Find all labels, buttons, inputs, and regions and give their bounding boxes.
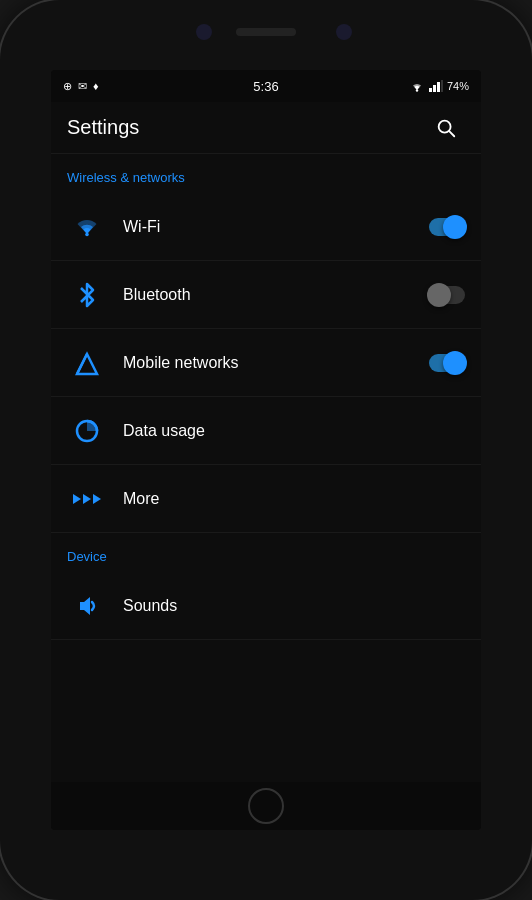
phone-screen: ⊕ ✉ ♦ 5:36 74%: [51, 70, 481, 830]
bluetooth-toggle-off[interactable]: [429, 286, 465, 304]
svg-marker-11: [80, 597, 90, 615]
data-usage-label: Data usage: [107, 422, 465, 440]
svg-rect-3: [437, 82, 440, 92]
bluetooth-toggle[interactable]: [429, 286, 465, 304]
svg-point-0: [416, 89, 418, 91]
settings-item-wifi[interactable]: Wi-Fi: [51, 193, 481, 261]
sounds-label: Sounds: [107, 597, 465, 615]
wifi-toggle-on[interactable]: [429, 218, 465, 236]
svg-marker-8: [77, 354, 97, 374]
bluetooth-label: Bluetooth: [107, 286, 429, 304]
section-header-device: Device: [51, 533, 481, 572]
sound-icon: [67, 593, 107, 619]
wifi-toggle[interactable]: [429, 218, 465, 236]
whatsapp-icon: ⊕: [63, 80, 72, 93]
settings-item-sounds[interactable]: Sounds: [51, 572, 481, 640]
mobile-toggle-on[interactable]: [429, 354, 465, 372]
status-right-icons: 74%: [409, 80, 469, 92]
svg-rect-2: [433, 85, 436, 92]
location-icon: ♦: [93, 80, 99, 92]
signal-status-icon: [429, 80, 443, 92]
more-label: More: [107, 490, 465, 508]
signal-icon: [67, 350, 107, 376]
status-time: 5:36: [253, 79, 278, 94]
wifi-icon: [67, 216, 107, 238]
settings-item-more[interactable]: More: [51, 465, 481, 533]
wifi-status-icon: [409, 80, 425, 92]
home-button[interactable]: [248, 788, 284, 824]
svg-line-9: [77, 354, 87, 374]
search-icon: [435, 117, 457, 139]
phone-frame: ⊕ ✉ ♦ 5:36 74%: [0, 0, 532, 900]
section-header-wireless: Wireless & networks: [51, 154, 481, 193]
svg-rect-4: [441, 80, 443, 92]
battery-percent: 74%: [447, 80, 469, 92]
settings-item-mobile-networks[interactable]: Mobile networks: [51, 329, 481, 397]
data-usage-icon: [67, 418, 107, 444]
home-area: [51, 782, 481, 830]
mobile-networks-label: Mobile networks: [107, 354, 429, 372]
svg-line-6: [449, 131, 454, 136]
app-bar: Settings: [51, 102, 481, 154]
search-button[interactable]: [427, 109, 465, 147]
bluetooth-icon: [67, 282, 107, 308]
chat-icon: ✉: [78, 80, 87, 93]
status-bar: ⊕ ✉ ♦ 5:36 74%: [51, 70, 481, 102]
svg-point-7: [85, 232, 89, 236]
more-icon: [67, 494, 107, 504]
settings-item-data-usage[interactable]: Data usage: [51, 397, 481, 465]
page-title: Settings: [67, 116, 427, 139]
mobile-networks-toggle[interactable]: [429, 354, 465, 372]
settings-content: Wireless & networks Wi-Fi: [51, 154, 481, 782]
settings-item-bluetooth[interactable]: Bluetooth: [51, 261, 481, 329]
status-left-icons: ⊕ ✉ ♦: [63, 80, 99, 93]
wifi-label: Wi-Fi: [107, 218, 429, 236]
svg-rect-1: [429, 88, 432, 92]
